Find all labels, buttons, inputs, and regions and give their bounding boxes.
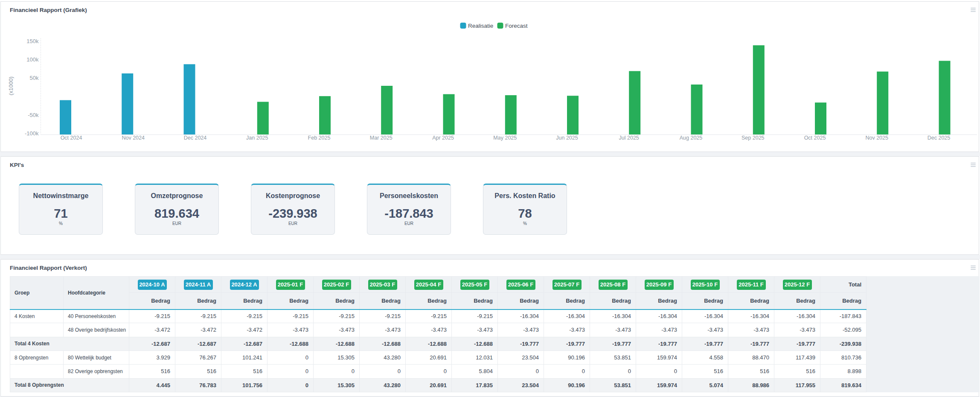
svg-text:Feb 2025: Feb 2025 (308, 135, 331, 141)
svg-text:Jul 2025: Jul 2025 (619, 135, 639, 141)
svg-text:Nov 2025: Nov 2025 (865, 135, 888, 141)
svg-text:100k: 100k (26, 56, 39, 63)
svg-text:Jun 2025: Jun 2025 (556, 135, 578, 141)
svg-text:-100k: -100k (25, 130, 39, 137)
svg-text:Nov 2024: Nov 2024 (122, 135, 145, 141)
svg-text:-50k: -50k (28, 112, 39, 118)
svg-text:Realisatie: Realisatie (468, 23, 493, 29)
svg-text:(x1000): (x1000) (8, 76, 14, 95)
svg-text:Sep 2025: Sep 2025 (742, 135, 765, 141)
svg-text:Aug 2025: Aug 2025 (680, 135, 703, 141)
svg-text:Apr 2025: Apr 2025 (432, 135, 454, 141)
svg-text:150k: 150k (26, 38, 39, 44)
svg-text:Oct 2024: Oct 2024 (61, 135, 82, 141)
svg-text:Forecast: Forecast (505, 23, 528, 29)
svg-text:Jan 2025: Jan 2025 (246, 135, 268, 141)
svg-text:Mar 2025: Mar 2025 (370, 135, 393, 141)
svg-text:Dec 2025: Dec 2025 (928, 135, 951, 141)
svg-text:Oct 2025: Oct 2025 (804, 135, 826, 141)
svg-text:Dec 2024: Dec 2024 (184, 135, 207, 141)
svg-text:May 2025: May 2025 (493, 135, 517, 141)
svg-text:50k: 50k (30, 75, 39, 81)
